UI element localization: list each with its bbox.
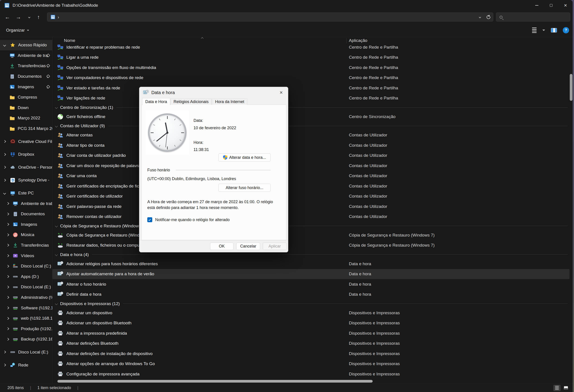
chevron-right-icon[interactable] (6, 317, 9, 320)
list-item-gerir-certificados-de-utilizador[interactable]: Gerir certificados de utilizadorContas d… (52, 191, 570, 202)
sidebar-item-ambiente-de-traba[interactable]: Ambiente de traba (0, 198, 52, 209)
sidebar-item-mar-o-2022[interactable]: Março 2022 (0, 113, 52, 123)
cancel-button[interactable]: Cancelar (236, 243, 260, 250)
sidebar-item-synology-drive[interactable]: Synology Drive - (0, 175, 52, 186)
group-header-centro-de-sincroniza-o-1[interactable]: Centro de Sincronização (1) (52, 103, 570, 112)
list-item-gerir-palavras-passe-da-rede[interactable]: Gerir palavras-passe da redeContas de Ut… (52, 201, 570, 212)
chevron-down-icon[interactable] (3, 44, 6, 47)
sidebar-item-apps-d[interactable]: Apps (D:) (0, 271, 52, 282)
back-button[interactable]: ← (3, 11, 11, 23)
sidebar-item-pcg-314-mar-o-20[interactable]: PCG 314 Março 20 (0, 123, 52, 134)
history-chevron-icon[interactable] (25, 11, 33, 23)
tab-hora-da-internet[interactable]: Hora da Internet (212, 99, 247, 105)
list-item-alterar-defini-es-de-instala-o-de-dispositivo[interactable]: Alterar definições de instalação de disp… (52, 349, 570, 359)
chevron-down-icon[interactable] (55, 302, 58, 305)
sidebar-item-ambiente-de-tra[interactable]: Ambiente de tra (0, 50, 52, 61)
sidebar-item-imagens[interactable]: Imagens (0, 82, 52, 92)
chevron-down-icon[interactable] (55, 253, 58, 256)
list-item-criar-conta-de-utilizador-padr-o[interactable]: Criar conta de utilizador padrãoContas d… (52, 150, 570, 161)
sidebar-item-backup-192-168[interactable]: Backup (\\192.168. (0, 334, 52, 345)
help-icon[interactable]: ? (563, 27, 569, 33)
sidebar-item-disco-local-e[interactable]: Disco Local (E:) (0, 282, 52, 292)
chevron-right-icon[interactable] (6, 327, 9, 330)
sidebar-item-v-deos[interactable]: Vídeos (0, 250, 52, 261)
chevron-down-icon[interactable] (3, 192, 6, 195)
sidebar-item-administrativo-1[interactable]: Administrativo (\\1 (0, 292, 52, 303)
chevron-right-icon[interactable] (6, 275, 9, 278)
sidebar-item-m-sica[interactable]: Música (0, 230, 52, 240)
group-header-dispositivos-e-impressoras-12[interactable]: Dispositivos e Impressoras (12) (52, 299, 570, 308)
sidebar-item-onedrive-personal[interactable]: OneDrive - Personal (0, 162, 52, 173)
list-item-alterar-defini-es-bluetooth[interactable]: Alterar definições BluetoothDispositivos… (52, 338, 570, 349)
organize-menu[interactable]: Organizar (6, 23, 29, 37)
list-item-alterar-op-es-de-arranque-do-windows-to-go[interactable]: Alterar opções de arranque do Windows To… (52, 359, 570, 369)
sidebar-item-transfer-ncias[interactable]: Transferências (0, 61, 52, 71)
address-bar[interactable]: › (47, 13, 493, 21)
chevron-right-icon[interactable] (6, 244, 9, 247)
minimize-button[interactable] (530, 0, 544, 11)
sidebar-item-disco-local-c[interactable]: Disco Local (C:) (0, 261, 52, 271)
forward-button[interactable]: → (14, 11, 22, 23)
chevron-right-icon[interactable] (6, 254, 9, 257)
chevron-right-icon[interactable] (6, 265, 9, 268)
sidebar-item-down[interactable]: Down (0, 103, 52, 113)
notify-checkbox[interactable] (147, 217, 152, 222)
refresh-icon[interactable] (487, 15, 490, 19)
dialog-close-button[interactable]: × (278, 89, 285, 96)
chevron-right-icon[interactable] (3, 351, 6, 354)
chevron-right-icon[interactable] (6, 202, 9, 205)
list-item-adicionar-rel-gios-para-fusos-hor-rios-diferentes[interactable]: Adicionar relógios para fusos horários d… (52, 259, 570, 269)
chevron-right-icon[interactable] (3, 153, 6, 156)
sidebar-item-transfer-ncias[interactable]: Transferências (0, 240, 52, 251)
sidebar-item-acesso-r-pido[interactable]: Acesso Rápido (0, 40, 52, 50)
horizontal-scrollbar-thumb[interactable] (57, 380, 373, 383)
chevron-right-icon[interactable] (3, 166, 6, 169)
sidebar-item-software-192-16[interactable]: Software (\\192.16 (0, 303, 52, 313)
chevron-right-icon[interactable] (3, 364, 6, 366)
list-item-configura-o-de-impressora-avan-ada[interactable]: Configuração de impressora avançadaDispo… (52, 369, 570, 379)
chevron-right-icon[interactable] (3, 140, 6, 143)
group-header-c-pia-de-seguran-a-e-restauro-windows-7-2[interactable]: Cópia de Segurança e Restauro (Windows 7… (52, 222, 570, 230)
chevron-right-icon[interactable] (6, 338, 9, 341)
sidebar-item-rede[interactable]: Rede (0, 360, 52, 370)
list-item-identificar-e-reparar-problemas-de-rede[interactable]: Identificar e reparar problemas de redeC… (52, 42, 570, 52)
list-item-adicionar-um-dispositivo[interactable]: Adicionar um dispositivoDispositivos e I… (52, 308, 570, 318)
list-item-remover-contas-de-utilizador[interactable]: Remover contas de utilizadorContas de Ut… (52, 212, 570, 222)
apply-button[interactable]: Aplicar (263, 243, 287, 250)
change-datetime-button[interactable]: Alterar data e hora... (218, 153, 271, 162)
chevron-down-icon[interactable] (55, 224, 58, 227)
list-item-c-pia-de-seguran-a-e-restauro-windows-7[interactable]: Cópia de Segurança e Restauro (Windows 7… (52, 230, 570, 240)
sidebar-item-dropbox[interactable]: Dropbox (0, 149, 52, 160)
thumbnail-view-toggle[interactable] (562, 385, 570, 391)
list-item-criar-uma-conta[interactable]: Criar uma contaContas de Utilizador (52, 171, 570, 181)
sidebar-item-documentos[interactable]: Documentos (0, 71, 52, 82)
chevron-right-icon[interactable] (6, 233, 9, 236)
search-input[interactable] (496, 13, 570, 21)
chevron-down-icon[interactable] (55, 125, 58, 128)
details-view-toggle[interactable] (553, 385, 561, 391)
chevron-right-icon[interactable] (6, 213, 9, 215)
view-mode-caret-icon[interactable] (542, 30, 545, 31)
sidebar-item-este-pc[interactable]: Este PC (0, 188, 52, 198)
list-item-alterar-tipo-de-conta[interactable]: Alterar tipo de contaContas de Utilizado… (52, 140, 570, 150)
group-header-contas-de-utilizador-9[interactable]: Contas de Utilizador (9) (52, 122, 570, 130)
list-item-gerir-ficheiros-offline[interactable]: Gerir ficheiros offlineCentro de Sincron… (52, 112, 570, 122)
list-item-criar-um-disco-de-reposi-o-de-palavras-passe[interactable]: Criar um disco de reposição de palavras-… (52, 161, 570, 171)
sidebar-item-disco-local-e[interactable]: Disco Local (E:) (0, 347, 52, 357)
list-item-ligar-a-uma-rede[interactable]: Ligar a uma redeCentro de Rede e Partilh… (52, 52, 570, 63)
view-mode-icon[interactable] (532, 29, 536, 30)
sidebar-item-compress[interactable]: Compress (0, 92, 52, 103)
vertical-scrollbar-thumb[interactable] (570, 74, 573, 101)
chevron-down-icon[interactable] (55, 106, 58, 109)
group-header-data-e-hora-4[interactable]: Data e hora (4) (52, 250, 570, 259)
list-item-ver-computadores-e-dispositivos-de-rede[interactable]: Ver computadores e dispositivos de redeC… (52, 73, 570, 83)
list-item-gerir-certificados-de-encripta-o-de-ficheiros[interactable]: Gerir certificados de encriptação de fic… (52, 181, 570, 191)
chevron-right-icon[interactable] (3, 179, 6, 182)
chevron-right-icon[interactable] (6, 296, 9, 299)
address-dropdown-icon[interactable] (479, 16, 481, 18)
list-item-op-es-de-transmiss-o-em-fluxo-de-multim-dia[interactable]: Opções de transmissão em fluxo de multim… (52, 62, 570, 73)
list-item-alterar-a-impressora-predefinida[interactable]: Alterar a impressora predefinidaDisposit… (52, 328, 570, 338)
chevron-right-icon[interactable] (6, 286, 9, 289)
tab-relogios-adicionais[interactable]: Relógios Adicionais (170, 99, 212, 105)
list-item-adicionar-um-dispositivo-bluetooth[interactable]: Adicionar um dispositivo BluetoothDispos… (52, 318, 570, 328)
